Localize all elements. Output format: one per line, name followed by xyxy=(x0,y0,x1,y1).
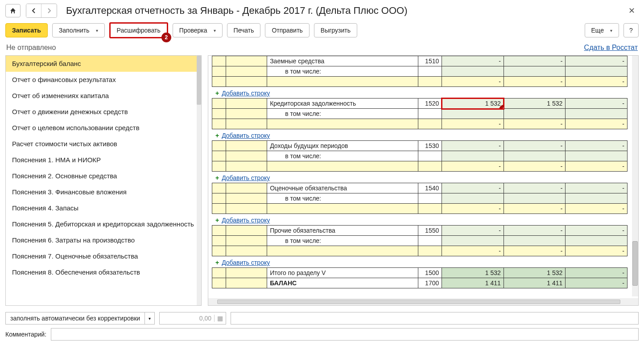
page-title: Бухгалтерская отчетность за Январь - Дек… xyxy=(62,5,619,16)
main-vscrollbar[interactable] xyxy=(632,56,638,296)
table-row[interactable]: в том числе: xyxy=(212,66,627,77)
badge-2: 2 xyxy=(161,33,171,42)
fill-button[interactable]: Заполнить xyxy=(52,23,105,37)
back-button[interactable] xyxy=(26,4,41,17)
table-row[interactable]: в том числе: xyxy=(212,193,627,204)
decode-highlight: Расшифровать 2 xyxy=(109,22,168,38)
table-row[interactable]: --- xyxy=(212,119,627,129)
table-row[interactable]: Заемные средства 1510 - - - xyxy=(212,56,627,66)
sidebar-item-finresults[interactable]: Отчет о финансовых результатах xyxy=(6,72,201,88)
main-hscrollbar[interactable] xyxy=(208,298,638,305)
table-row[interactable]: Кредиторская задолженность 1520 1 5321 1… xyxy=(212,99,627,109)
help-button[interactable]: ? xyxy=(623,23,639,37)
table-row[interactable]: --- xyxy=(212,204,627,214)
comment-label: Комментарий: xyxy=(5,331,46,338)
table-row[interactable]: Доходы будущих периодов 1530 - - - xyxy=(212,141,627,151)
calculator-icon[interactable]: ▦ xyxy=(214,315,223,322)
sidebar-item-note2[interactable]: Пояснения 2. Основные средства xyxy=(6,168,201,184)
plus-icon: + xyxy=(215,259,219,266)
sidebar-scrollbar[interactable] xyxy=(197,56,201,305)
cell-1520-v1[interactable]: 1 5321 xyxy=(442,99,504,109)
status-text: Не отправлено xyxy=(6,44,56,52)
check-button[interactable]: Проверка xyxy=(173,23,223,37)
sidebar-item-note8[interactable]: Пояснения 8. Обеспечения обязательств xyxy=(6,264,201,280)
table-row[interactable]: --- xyxy=(212,246,627,256)
sidebar-item-note4[interactable]: Пояснения 4. Запасы xyxy=(6,200,201,216)
value-field[interactable]: 0,00 ▦ xyxy=(159,312,226,324)
save-button[interactable]: Записать xyxy=(5,23,48,37)
table-row[interactable]: в том числе: xyxy=(212,151,627,161)
sidebar-item-note3[interactable]: Пояснения 3. Финансовые вложения xyxy=(6,184,201,200)
chevron-down-icon[interactable]: ▾ xyxy=(144,312,154,324)
add-row-link[interactable]: Добавить строку xyxy=(222,132,270,139)
add-row-link[interactable]: Добавить строку xyxy=(222,90,270,97)
table-row[interactable]: --- xyxy=(212,161,627,172)
table-row-balance[interactable]: БАЛАНС 1700 1 411 1 411 - xyxy=(212,278,627,288)
sidebar-item-netassets[interactable]: Расчет стоимости чистых активов xyxy=(6,136,201,152)
add-row-link[interactable]: Добавить строку xyxy=(222,217,270,224)
more-button[interactable]: Еще xyxy=(585,23,619,37)
sidebar-item-capital[interactable]: Отчет об изменениях капитала xyxy=(6,88,201,104)
sidebar-item-balance[interactable]: Бухгалтерский баланс xyxy=(6,56,201,72)
arrow-right-icon xyxy=(46,8,52,14)
report-main: Заемные средства 1510 - - - в том числе:… xyxy=(208,55,639,306)
sidebar-item-note6[interactable]: Пояснения 6. Затраты на производство xyxy=(6,232,201,248)
plus-icon: + xyxy=(215,217,219,224)
table-row[interactable]: Оценочные обязательства 1540 - - - xyxy=(212,183,627,193)
home-button[interactable] xyxy=(5,4,21,17)
aux-input[interactable] xyxy=(231,312,639,324)
decode-button[interactable]: Расшифровать xyxy=(111,24,167,37)
add-row-link[interactable]: Добавить строку xyxy=(222,174,270,181)
fill-mode-combo[interactable]: заполнять автоматически без корректировк… xyxy=(5,312,155,324)
plus-icon: + xyxy=(215,132,219,139)
section-sidebar: Бухгалтерский баланс Отчет о финансовых … xyxy=(5,55,202,306)
submit-rosstat-link[interactable]: Сдать в Росстат xyxy=(584,44,638,52)
home-icon xyxy=(9,7,17,14)
table-row[interactable]: --- xyxy=(212,77,627,87)
sidebar-item-targetuse[interactable]: Отчет о целевом использовании средств xyxy=(6,120,201,136)
plus-icon: + xyxy=(215,90,219,97)
export-button[interactable]: Выгрузить xyxy=(314,23,357,37)
print-button[interactable]: Печать xyxy=(227,23,261,37)
plus-icon: + xyxy=(215,174,219,181)
close-button[interactable]: ✕ xyxy=(625,4,639,17)
arrow-left-icon xyxy=(31,8,37,14)
comment-input[interactable] xyxy=(51,328,639,341)
table-row[interactable]: в том числе: xyxy=(212,109,627,119)
send-button[interactable]: Отправить xyxy=(265,23,309,37)
sidebar-item-note1[interactable]: Пояснения 1. НМА и НИОКР xyxy=(6,152,201,168)
table-row-total[interactable]: Итого по разделу V 1500 1 532 1 532 - xyxy=(212,268,627,278)
table-row[interactable]: Прочие обязательства 1550 - - - xyxy=(212,226,627,236)
sidebar-item-cashflow[interactable]: Отчет о движении денежных средств xyxy=(6,104,201,120)
add-row-link[interactable]: Добавить строку xyxy=(222,259,270,266)
table-row[interactable]: в том числе: xyxy=(212,236,627,246)
sidebar-item-note5[interactable]: Пояснения 5. Дебиторская и кредиторская … xyxy=(6,216,201,232)
sidebar-item-note7[interactable]: Пояснения 7. Оценочные обязательства xyxy=(6,248,201,264)
forward-button[interactable] xyxy=(41,4,57,17)
